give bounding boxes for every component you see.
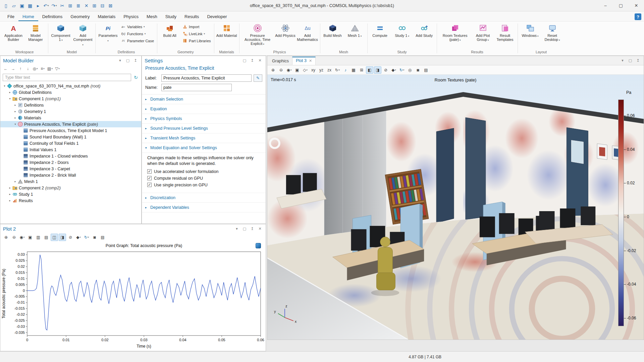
float-panel-icon[interactable]: ▢ (241, 226, 248, 232)
tree-item-results[interactable]: ▸Results (0, 197, 141, 204)
section-sound-pressure-level-settings[interactable]: ▸Sound Pressure Level Settings (142, 124, 266, 133)
play-sound-icon[interactable]: ♪ (342, 66, 349, 74)
chevron-right-icon[interactable]: ▸ (8, 193, 12, 196)
tree-item-geometry-1[interactable]: ▸Geometry 1 (0, 108, 141, 115)
tree-item-impedance-2-doors[interactable]: Impedance 2 - Doors (0, 159, 141, 166)
chevron-down-icon[interactable]: ▾ (8, 97, 12, 100)
chevron-right-icon[interactable]: ▸ (13, 110, 17, 113)
tree-item-study-1[interactable]: ▸Study 1 (0, 191, 141, 197)
move-down-icon[interactable]: ↓ (24, 65, 31, 72)
redo-button[interactable]: ↷▾ (50, 2, 58, 10)
undo-button[interactable]: ↶▾ (42, 2, 50, 10)
study-1-button[interactable]: Study 1 ▾ (391, 23, 413, 39)
parameters-button[interactable]: PiParameters ▾ (97, 23, 119, 43)
chevron-right-icon[interactable]: ▸ (8, 199, 12, 202)
pin-panel-icon[interactable]: ↥ (132, 57, 139, 63)
tree-item-mesh-1[interactable]: ▸Mesh 1 (0, 178, 141, 185)
import-button[interactable]: Import (181, 24, 212, 29)
new-file-button[interactable]: ▯ (2, 2, 10, 10)
chevron-right-icon[interactable]: ▸ (13, 104, 17, 107)
close-button[interactable]: ✕ (629, 0, 644, 11)
tree-item-definitions[interactable]: ▸Definitions (0, 102, 141, 108)
image-icon[interactable]: ▦ (350, 66, 357, 74)
print-icon[interactable]: ▤ (99, 234, 106, 241)
build-all-button[interactable]: Build All (159, 23, 181, 38)
section-physics-symbols[interactable]: ▸Physics Symbols (142, 114, 266, 124)
tree-item-materials[interactable]: ▸Materials (0, 115, 141, 121)
plot2-chart-area[interactable]: 0.030.0250.020.0150.010.0050-0.005-0.01-… (0, 242, 266, 351)
cut-button[interactable]: ✂ (58, 2, 66, 10)
float-panel-icon[interactable]: ▢ (241, 57, 248, 63)
tree-item-sound-hard-boundary-wall-1[interactable]: Sound Hard Boundary (Wall) 1 (0, 134, 141, 140)
tree-item-impedance-2-brick-wall[interactable]: Impedance 2 - Brick Wall (0, 172, 141, 178)
checkbox-compute-residual-on-gpu[interactable]: ✓Compute residual on GPU (147, 176, 262, 181)
application-builder-button[interactable]: AApplication Builder (2, 23, 24, 42)
section-dependent-variables[interactable]: ▸Dependent Variables (142, 203, 266, 213)
model-manager-button[interactable]: Model Manager (24, 23, 47, 42)
zoom-out-icon[interactable]: ⊖ (10, 234, 18, 241)
scene-light-icon[interactable]: ◧ (366, 66, 373, 74)
axis-limits-icon[interactable]: ◫ (51, 234, 58, 241)
save-as-button[interactable]: ▦ (26, 2, 34, 10)
comsol-logo-button[interactable] (256, 243, 261, 248)
tree-item-impedance-1-closed-windows[interactable]: Impedance 1 - Closed windows (0, 153, 141, 159)
refresh-icon[interactable]: ↻ (133, 75, 139, 80)
copy-button[interactable]: ⊞ (66, 2, 74, 10)
run-button[interactable]: ▸ (34, 2, 42, 10)
room-textures-pate-button[interactable]: Room Textures (pate) ▾ (438, 23, 472, 43)
zoom-icon[interactable]: ◉▾ (18, 234, 26, 241)
label-field-input[interactable] (161, 74, 252, 82)
add-material-button[interactable]: Add Material (216, 23, 238, 38)
help-button[interactable]: ? (635, 13, 641, 20)
functions-button[interactable]: f(x)Functions▾ (120, 31, 155, 37)
zoom-extents-icon[interactable]: ▣ (26, 234, 34, 241)
menu-tab-study[interactable]: Study (161, 12, 180, 21)
panel-menu-icon[interactable]: ▾ (117, 57, 123, 63)
mesh-1-button[interactable]: Mesh 1 ▾ (344, 23, 366, 39)
chevron-right-icon[interactable]: ▸ (8, 186, 12, 189)
go-to-view-icon[interactable]: ◇▾ (302, 66, 309, 74)
show-grid-icon[interactable]: ⊞ (358, 66, 365, 74)
y-axis-log-icon[interactable]: ▤ (43, 234, 50, 241)
tree-item-pressure-acoustics-time-explicit-model-1[interactable]: Pressure Acoustics, Time Explicit Model … (0, 127, 141, 134)
chevron-right-icon[interactable]: ▸ (13, 180, 17, 183)
open-file-button[interactable]: ▱ (10, 2, 18, 10)
tab-plot-3[interactable]: Plot 3✕ (292, 57, 316, 65)
add-component-button[interactable]: Add Component ▾ (72, 23, 94, 47)
tree-item-continuity-of-total-fields-1[interactable]: Continuity of Total Fields 1 (0, 140, 141, 146)
delete-button[interactable]: ✕ (83, 2, 90, 10)
image-snapshot-icon[interactable]: ◙ (91, 234, 98, 241)
menu-tab-home[interactable]: Home (18, 12, 38, 21)
window-layout-1-button[interactable]: ⊞ (91, 2, 98, 10)
save-button[interactable]: ▣ (18, 2, 26, 10)
add-physics-button[interactable]: Add Physics (274, 23, 297, 38)
compute-button[interactable]: Compute (369, 23, 391, 38)
menu-tab-materials[interactable]: Materials (94, 12, 119, 21)
result-templates-button[interactable]: Result Templates (494, 23, 516, 42)
tree-item-component-1[interactable]: ▾Component 1(comp1) (0, 96, 141, 102)
zoom-in-icon[interactable]: ⊕ (2, 234, 10, 241)
pin-panel-icon[interactable]: ↥ (249, 57, 255, 63)
chevron-down-icon[interactable]: ▾ (2, 84, 7, 87)
move-up-icon[interactable]: ↑ (17, 65, 24, 72)
menu-tab-mesh[interactable]: Mesh (143, 12, 161, 21)
lock-axes-icon[interactable]: ⊘ (67, 234, 74, 241)
menu-tab-definitions[interactable]: Definitions (38, 12, 67, 21)
close-panel-icon[interactable]: ✕ (257, 226, 263, 232)
menu-tab-geometry[interactable]: Geometry (66, 12, 94, 21)
filter-icon[interactable]: ▽▾ (54, 65, 61, 72)
menu-tab-results[interactable]: Results (180, 12, 203, 21)
maximize-button[interactable]: ▢ (613, 0, 629, 11)
tree-item-pressure-acoustics-time-explicit[interactable]: ▾Pressure Acoustics, Time Explicit(pate) (0, 121, 141, 127)
zoom-in-icon[interactable]: ⊕ (269, 66, 277, 74)
pin-panel-icon[interactable]: ↥ (635, 57, 641, 63)
section-transient-mesh-settings[interactable]: ▸Transient Mesh Settings (142, 133, 266, 143)
tree-filter-input[interactable] (3, 74, 131, 81)
tab-graphics[interactable]: Graphics (269, 57, 292, 65)
build-mesh-button[interactable]: Build Mesh (322, 23, 344, 38)
manual-axis-icon[interactable]: ◨ (59, 234, 66, 241)
window-layout-3-button[interactable]: ⊠ (107, 2, 114, 10)
checkbox-use-accelerated-solver-formulation[interactable]: ✓Use accelerated solver formulation (147, 169, 262, 174)
component-1-button[interactable]: Component 1 ▾ (50, 23, 72, 43)
rotate-icon[interactable]: ↻▾ (334, 66, 341, 74)
